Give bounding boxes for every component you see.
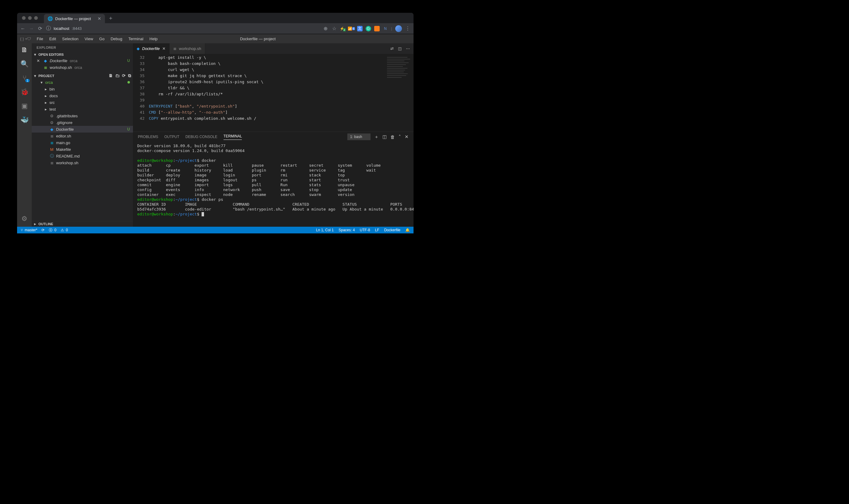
debug-icon[interactable]: 🐞 (20, 88, 29, 96)
file-icon: ⚙ (49, 120, 54, 125)
new-file-icon[interactable]: 🗎 (108, 73, 113, 78)
panel-tab-output[interactable]: OUTPUT (164, 135, 179, 139)
file-icon: ◆ (43, 58, 48, 63)
terminal-selector[interactable]: 1: bash (347, 133, 370, 140)
open-editors-header[interactable]: ▾ OPEN EDITORS (32, 52, 133, 57)
split-editor-icon[interactable]: ◫ (398, 46, 402, 51)
extensions-icon[interactable]: ▣ (20, 102, 29, 110)
menu-help[interactable]: Help (147, 35, 160, 42)
terminal[interactable]: Docker version 18.09.6, build 481bc77 do… (133, 142, 414, 227)
ext-pulse-icon[interactable]: ⚡2 (340, 26, 346, 31)
encoding[interactable]: UTF-8 (360, 228, 370, 232)
cursor-position[interactable]: Ln 1, Col 1 (316, 228, 334, 232)
close-icon[interactable]: ✕ (162, 46, 166, 51)
file-name: editor.sh (56, 134, 71, 138)
outline-header[interactable]: ▸ OUTLINE (32, 221, 133, 227)
tree-item-workshop-sh[interactable]: ≣ workshop.sh (32, 159, 133, 166)
tree-item-docs[interactable]: ▸ docs (32, 92, 133, 99)
scm-icon[interactable]: ⑂1 (20, 74, 29, 82)
sync-icon[interactable]: ⟳ (41, 228, 45, 232)
new-terminal-icon[interactable]: ＋ (374, 134, 379, 140)
tab-close-icon[interactable]: ✕ (98, 16, 101, 21)
search-icon[interactable]: 🔍 (20, 60, 29, 68)
tree-item--gitattributes[interactable]: ⚙ .gitattributes (32, 112, 133, 119)
tree-item-editor-sh[interactable]: ≣ editor.sh (32, 132, 133, 139)
project-header[interactable]: ▾ PROJECT 🗎 🗀 ⟳ ⧉ (32, 73, 133, 79)
panel-tab-terminal[interactable]: TERMINAL (224, 134, 242, 140)
indentation[interactable]: Spaces: 4 (339, 228, 355, 232)
window-controls[interactable] (22, 16, 38, 20)
tree-item-dockerfile[interactable]: ◆ Dockerfile U (32, 126, 133, 132)
explorer-icon[interactable]: 🗎 (20, 46, 29, 54)
menu-view[interactable]: View (82, 35, 96, 42)
reload-icon[interactable]: ⟳ (37, 25, 43, 31)
menu-selection[interactable]: Selection (60, 35, 81, 42)
bookmark-icon[interactable]: ☆ (331, 25, 337, 31)
language-mode[interactable]: Dockerfile (384, 228, 400, 232)
docker-icon[interactable]: 🐳 (20, 116, 29, 124)
site-info-icon[interactable]: ⓘ (46, 25, 51, 32)
new-folder-icon[interactable]: 🗀 (115, 73, 120, 78)
editor-tab-workshop-sh[interactable]: ≣ workshop.sh (170, 43, 205, 54)
new-tab-button[interactable]: ＋ (108, 14, 114, 22)
tree-item-main-go[interactable]: ≣ main.go (32, 139, 133, 146)
profile-avatar[interactable] (395, 25, 402, 32)
notifications-icon[interactable]: 🔔 (405, 228, 410, 232)
forward-icon[interactable]: → (29, 26, 34, 31)
close-dot[interactable] (22, 16, 25, 20)
open-editors-label: OPEN EDITORS (38, 53, 64, 56)
ext-n-icon[interactable]: N (383, 26, 388, 31)
twistie-icon: ▸ (44, 107, 48, 111)
panel-tab-debug-console[interactable]: DEBUG CONSOLE (186, 135, 218, 139)
compare-icon[interactable]: ⇄ (391, 46, 394, 51)
menu-file[interactable]: File (34, 35, 46, 42)
warnings[interactable]: ⚠ 0 (61, 228, 68, 232)
file-dir: orca (70, 58, 77, 63)
omnibox[interactable]: ⓘ localhost:8443 (46, 25, 320, 32)
file-name: docs (49, 93, 58, 98)
tree-item-bin[interactable]: ▸ bin (32, 86, 133, 92)
settings-gear-icon[interactable]: ⚙ (20, 215, 29, 223)
more-icon[interactable]: ⋯ (406, 46, 410, 51)
open-editor-item[interactable]: ✕ ◆ Dockerfile orca U (32, 57, 133, 64)
max-dot[interactable] (34, 16, 38, 20)
tree-item-orca[interactable]: ▾ orca (32, 79, 133, 86)
tree-item--gitignore[interactable]: ⚙ .gitignore (32, 119, 133, 126)
git-branch[interactable]: ⑂ master* (21, 228, 37, 232)
tree-item-makefile[interactable]: M Makefile (32, 146, 133, 153)
ext-grammarly-icon[interactable]: G (366, 26, 371, 31)
eol[interactable]: LF (375, 228, 379, 232)
ext-translate-icon[interactable]: 文 (357, 26, 363, 31)
minimap[interactable] (384, 54, 414, 132)
editor-tab-dockerfile[interactable]: ◆ Dockerfile ✕ (133, 43, 170, 54)
close-panel-icon[interactable]: ✕ (405, 134, 409, 140)
zoom-icon[interactable]: ⊕ (323, 25, 328, 31)
kill-terminal-icon[interactable]: 🗑 (391, 134, 395, 140)
tree-item-readme-md[interactable]: ⓘ README.md (32, 153, 133, 159)
menu-terminal[interactable]: Terminal (126, 35, 146, 42)
tree-item-test[interactable]: ▸ test (32, 106, 133, 112)
errors[interactable]: ⓧ 0 (49, 228, 56, 233)
min-dot[interactable] (28, 16, 32, 20)
url-port: :8443 (72, 26, 82, 31)
close-icon[interactable]: ✕ (37, 58, 40, 63)
ext-rss-icon[interactable]: 📶6 (349, 26, 354, 31)
browser-tab[interactable]: 🌐 Dockerfile — project ✕ (44, 14, 105, 23)
refresh-icon[interactable]: ⟳ (122, 73, 126, 78)
ext-box-icon[interactable] (374, 26, 380, 31)
file-name: Dockerfile (50, 58, 67, 63)
menu-debug[interactable]: Debug (108, 35, 125, 42)
git-status: U (127, 127, 130, 131)
maximize-panel-icon[interactable]: ˄ (399, 134, 401, 140)
open-editor-item[interactable]: ✕ ≣ workshop.sh orca (32, 64, 133, 71)
panel-tab-problems[interactable]: PROBLEMS (138, 135, 158, 139)
code-editor[interactable]: 3233343536373839404142 apt-get install -… (133, 54, 384, 132)
menu-go[interactable]: Go (97, 35, 107, 42)
file-name: Dockerfile (56, 127, 74, 132)
collapse-icon[interactable]: ⧉ (128, 73, 131, 78)
back-icon[interactable]: ← (20, 26, 25, 31)
menu-edit[interactable]: Edit (47, 35, 58, 42)
tree-item-src[interactable]: ▸ src (32, 99, 133, 106)
split-terminal-icon[interactable]: ◫ (382, 134, 387, 140)
chrome-menu-icon[interactable]: ⋮ (405, 25, 411, 31)
